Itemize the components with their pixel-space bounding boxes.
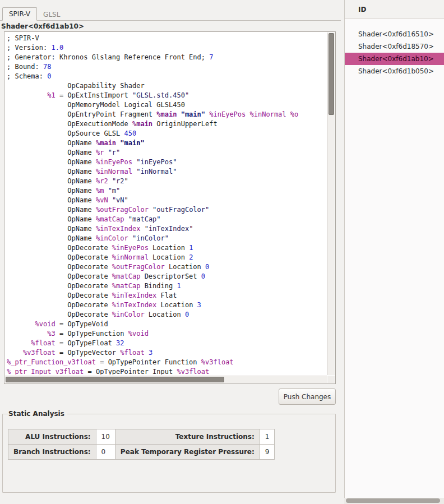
code-line: %void = OpTypeVoid [7,320,326,329]
code-line: OpDecorate %matCap DescriptorSet 0 [7,272,326,281]
code-line: %float = OpTypeFloat 32 [7,339,326,348]
stat-value-register-pressure: 9 [260,445,275,460]
shader-title: Shader<0xf6d1ab10> [1,22,84,30]
id-panel-scrollbar-thumb[interactable] [346,498,440,503]
code-line: OpDecorate %inTexIndex Flat [7,291,326,300]
id-panel-horizontal-scrollbar[interactable] [344,498,444,504]
code-line: OpName %inNormal "inNormal" [7,167,326,177]
code-line: %3 = OpTypeFunction %void [7,329,326,339]
horizontal-scrollbar-thumb[interactable] [6,377,224,382]
code-line: ; Version: 1.0 [7,43,326,53]
tab-glsl[interactable]: GLSL [37,8,66,21]
code-content[interactable]: ; SPIR-V; Version: 1.0; Generator: Khron… [7,34,326,374]
static-analysis-table: ALU Instructions: 10 Texture Instruction… [8,429,275,460]
tab-bar: SPIR-V GLSL [2,8,66,21]
id-column-header[interactable]: ID [345,0,444,19]
shader-id-panel: ID Shader<0xf6d16510>Shader<0xf6d18570>S… [344,0,444,498]
scrollbar-corner [327,376,335,383]
code-line: OpSource GLSL 450 [7,129,326,138]
code-line: OpEntryPoint Fragment %main "main" %inEy… [7,110,326,119]
code-line: ; Generator: Khronos Glslang Reference F… [7,53,326,62]
list-item[interactable]: Shader<0xf6d16510> [345,28,444,40]
code-line: %_ptr_Function_v3float = OpTypePointer F… [7,358,326,367]
code-line: OpName %matCap "matCap" [7,215,326,224]
code-line: OpName %inTexIndex "inTexIndex" [7,224,326,234]
code-line: OpName %outFragColor "outFragColor" [7,205,326,215]
stat-value-texture: 1 [260,429,275,445]
code-line: OpName %main "main" [7,138,326,148]
code-line: OpCapability Shader [7,81,326,91]
code-line: OpDecorate %matCap Binding 1 [7,281,326,291]
code-line: OpDecorate %inColor Location 0 [7,310,326,320]
code-line: OpName %vN "vN" [7,196,326,205]
stat-label-texture: Texture Instructions: [115,429,260,445]
code-line: OpDecorate %inNormal Location 2 [7,253,326,262]
code-line: OpExecutionMode %main OriginUpperLeft [7,119,326,129]
list-item[interactable]: Shader<0xf6d1ab10> [345,53,444,65]
static-analysis-group: Static Analysis ALU Instructions: 10 Tex… [2,410,336,493]
code-editor[interactable]: ; SPIR-V; Version: 1.0; Generator: Khron… [4,31,336,384]
code-line: %1 = OpExtInstImport "GLSL.std.450" [7,91,326,100]
stat-label-register-pressure: Peak Temporary Register Pressure: [115,445,260,460]
shader-id-list: Shader<0xf6d16510>Shader<0xf6d18570>Shad… [345,19,444,77]
code-line: OpName %r "r" [7,148,326,158]
code-line: ; Schema: 0 [7,72,326,81]
code-line: %v3float = OpTypeVector %float 3 [7,348,326,358]
code-line: OpName %inColor "inColor" [7,234,326,243]
table-row: ALU Instructions: 10 Texture Instruction… [8,429,275,445]
vertical-scrollbar[interactable] [327,33,335,375]
code-line: OpName %r2 "r2" [7,177,326,186]
table-row: Branch Instructions: 0 Peak Temporary Re… [8,445,275,460]
code-line: %_ptr_Input_v3float = OpTypePointer Inpu… [7,367,326,374]
code-line: ; Bound: 78 [7,62,326,72]
code-line: OpDecorate %inTexIndex Location 3 [7,300,326,310]
stat-label-branch: Branch Instructions: [8,445,96,460]
code-line: OpName %m "m" [7,186,326,196]
static-analysis-title: Static Analysis [8,410,67,418]
vertical-scrollbar-thumb[interactable] [329,33,334,115]
tab-spirv[interactable]: SPIR-V [2,7,37,21]
code-line: ; SPIR-V [7,34,326,43]
stat-value-branch: 0 [96,445,115,460]
horizontal-scrollbar[interactable] [5,376,327,383]
list-item[interactable]: Shader<0xf6d18570> [345,40,444,53]
shader-edit-panel: SPIR-V GLSL Shader<0xf6d1ab10> ; SPIR-V;… [0,0,341,504]
stat-value-alu: 10 [96,429,115,445]
list-item[interactable]: Shader<0xf6d1b050> [345,65,444,77]
stat-label-alu: ALU Instructions: [8,429,96,445]
code-line: OpDecorate %inEyePos Location 1 [7,243,326,253]
code-line: OpName %inEyePos "inEyePos" [7,158,326,167]
push-changes-button[interactable]: Push Changes [279,389,336,405]
code-line: OpDecorate %outFragColor Location 0 [7,262,326,272]
code-line: OpMemoryModel Logical GLSL450 [7,100,326,110]
